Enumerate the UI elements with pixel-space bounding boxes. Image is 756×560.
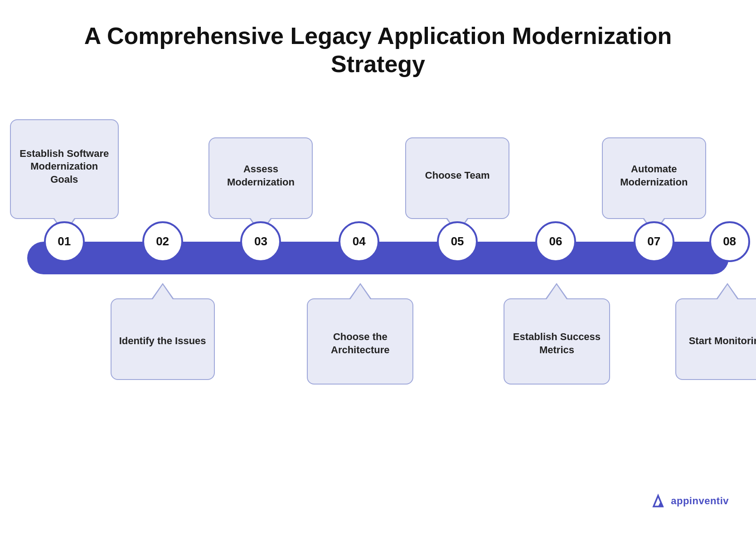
callout-above-01: Establish Software Modernization Goals: [10, 119, 119, 219]
svg-marker-1: [658, 501, 664, 506]
callout-below-04: Choose the Architecture: [307, 298, 413, 385]
callout-label-01: Establish Software Modernization Goals: [18, 147, 111, 186]
callout-label-02: Identify the Issues: [119, 335, 206, 348]
step-circle-07: 07: [634, 221, 674, 262]
callout-below-08: Start Monitoring: [675, 298, 756, 380]
step-circle-08: 08: [709, 221, 750, 262]
step-circle-02: 02: [142, 221, 183, 262]
step-circle-06: 06: [535, 221, 576, 262]
callout-label-03: Assess Modernization: [216, 163, 305, 189]
step-circle-03: 03: [240, 221, 281, 262]
logo-text: appinventiv: [671, 495, 729, 507]
callout-label-05: Choose Team: [425, 169, 490, 182]
logo-area: appinventiv: [650, 493, 729, 509]
step-circle-01: 01: [44, 221, 85, 262]
diagram-area: 01 02 03 04 05 06 07 08 Establish Softwa…: [0, 92, 756, 523]
callout-label-06: Establish Success Metrics: [511, 331, 602, 356]
callout-below-06: Establish Success Metrics: [504, 298, 610, 385]
callout-above-07: Automate Modernization: [602, 137, 706, 219]
step-circle-05: 05: [437, 221, 478, 262]
callout-above-03: Assess Modernization: [208, 137, 313, 219]
callout-label-04: Choose the Architecture: [315, 331, 406, 356]
callout-label-08: Start Monitoring: [689, 335, 756, 348]
appinventiv-logo-icon: [650, 493, 666, 509]
callout-below-02: Identify the Issues: [111, 298, 215, 380]
callout-above-05: Choose Team: [405, 137, 509, 219]
page-title: A Comprehensive Legacy Application Moder…: [0, 0, 756, 78]
step-circle-04: 04: [339, 221, 379, 262]
callout-label-07: Automate Modernization: [610, 163, 698, 189]
